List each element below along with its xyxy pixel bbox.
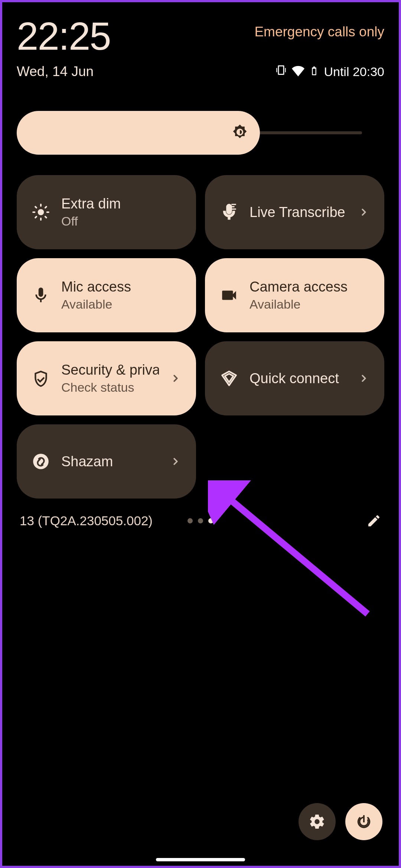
battery-icon [309, 65, 319, 79]
date: Wed, 14 Jun [17, 64, 94, 79]
quick-settings-tiles: Extra dim Off Live Transcribe Mic access… [17, 175, 384, 499]
chevron-right-icon [170, 456, 181, 467]
tile-camera-access[interactable]: Camera access Available [205, 258, 384, 332]
shazam-icon [32, 452, 50, 471]
tile-subtitle: Check status [61, 380, 159, 395]
quick-connect-icon [220, 369, 238, 388]
page-indicator [188, 518, 213, 523]
tile-title: Extra dim [61, 196, 181, 212]
tile-title: Shazam [61, 454, 159, 470]
status-icons: Until 20:30 [275, 64, 384, 79]
tile-title: Camera access [250, 279, 369, 295]
wifi-icon [292, 64, 304, 79]
vibrate-icon [275, 64, 287, 79]
navigation-handle[interactable] [156, 858, 245, 861]
battery-until: Until 20:30 [324, 65, 384, 79]
settings-button[interactable] [299, 803, 336, 840]
tile-subtitle: Available [61, 297, 181, 312]
brightness-low-icon [32, 203, 50, 221]
page-dot-active [208, 518, 213, 523]
tile-quick-connect[interactable]: Quick connect [205, 341, 384, 415]
tile-shazam[interactable]: Shazam [17, 424, 196, 499]
status-subrow: Wed, 14 Jun Until 20:30 [17, 64, 384, 79]
tile-title: Security & privacy [61, 362, 159, 378]
svg-point-0 [38, 209, 44, 216]
tile-subtitle: Off [61, 214, 181, 228]
clock: 22:25 [17, 17, 111, 56]
page-dot [198, 518, 203, 523]
live-transcribe-icon [220, 203, 238, 221]
svg-point-1 [33, 454, 49, 469]
power-icon [355, 813, 372, 830]
chevron-right-icon [358, 207, 369, 218]
network-status: Emergency calls only [254, 24, 384, 40]
chevron-right-icon [170, 373, 181, 384]
edit-button[interactable] [366, 513, 381, 528]
bottom-actions [299, 803, 382, 840]
tile-title: Live Transcribe [250, 204, 347, 220]
camera-icon [220, 286, 238, 305]
gear-icon [309, 813, 326, 830]
tile-security-privacy[interactable]: Security & privacy Check status [17, 341, 196, 415]
page-dot [188, 518, 193, 523]
tile-title: Mic access [61, 279, 181, 295]
brightness-slider[interactable] [17, 111, 384, 155]
brightness-icon [232, 124, 248, 142]
mic-icon [32, 286, 50, 305]
tile-title: Quick connect [250, 371, 347, 387]
power-button[interactable] [345, 803, 382, 840]
brightness-thumb[interactable] [17, 111, 260, 155]
tile-live-transcribe[interactable]: Live Transcribe [205, 175, 384, 249]
tile-mic-access[interactable]: Mic access Available [17, 258, 196, 332]
status-header: 22:25 Emergency calls only [17, 17, 384, 56]
build-version: 13 (TQ2A.230505.002) [20, 513, 153, 528]
tile-subtitle: Available [250, 297, 369, 312]
tile-extra-dim[interactable]: Extra dim Off [17, 175, 196, 249]
chevron-right-icon [358, 373, 369, 384]
footer-row: 13 (TQ2A.230505.002) [17, 513, 384, 528]
shield-check-icon [32, 369, 50, 388]
